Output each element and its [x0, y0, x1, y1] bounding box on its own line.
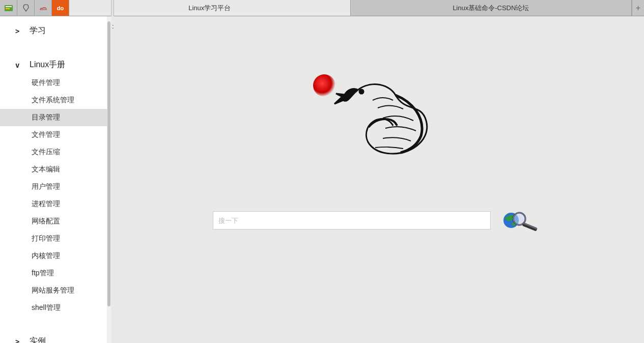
- nav-item-shell[interactable]: shell管理: [0, 299, 111, 317]
- search-input[interactable]: [213, 211, 491, 230]
- svg-rect-2: [6, 8, 10, 9]
- app-icon-3[interactable]: [35, 0, 52, 16]
- main-area: > 学习 v Linux手册 硬件管理 文件系统管理 目录管理 文件管理 文件压…: [0, 16, 644, 343]
- nav-item-compress[interactable]: 文件压缩: [0, 144, 111, 161]
- chevron-down-icon: v: [15, 61, 19, 69]
- logo-wrap: [111, 72, 644, 174]
- nav-item-filesystem[interactable]: 文件系统管理: [0, 92, 111, 109]
- app-icon-2[interactable]: [17, 0, 35, 16]
- chevron-right-icon: >: [15, 337, 19, 344]
- nav-item-process[interactable]: 进程管理: [0, 195, 111, 213]
- nav-item-print[interactable]: 打印管理: [0, 230, 111, 247]
- svg-point-6: [360, 91, 362, 92]
- tabbar-icon-group: do: [0, 0, 69, 16]
- svg-point-4: [313, 74, 335, 97]
- tab-add-button[interactable]: +: [632, 0, 644, 16]
- plus-icon: +: [636, 4, 640, 13]
- snake-logo: [306, 72, 449, 174]
- tab-active-label: Linux学习平台: [188, 4, 231, 13]
- sidebar-scrollbar[interactable]: [107, 16, 111, 343]
- nav-item-network[interactable]: 网络配置: [0, 213, 111, 230]
- tab-inactive[interactable]: Linux基础命令-CSDN论坛: [351, 0, 632, 16]
- app-icon-4-do[interactable]: do: [52, 0, 69, 16]
- globe-magnifier-icon: [500, 209, 543, 232]
- nav-item-hardware[interactable]: 硬件管理: [0, 74, 111, 92]
- nav-header-linux-manual-label: Linux手册: [30, 60, 65, 70]
- search-row: [111, 209, 644, 232]
- nav-header-study-label: 学习: [30, 25, 46, 36]
- chevron-right-icon: >: [15, 27, 19, 35]
- nav-item-file[interactable]: 文件管理: [0, 126, 111, 144]
- nav-item-text-edit[interactable]: 文本编辑: [0, 161, 111, 178]
- browser-tabbar: do Linux学习平台 Linux基础命令-CSDN论坛 +: [0, 0, 644, 16]
- tab-inactive-label: Linux基础命令-CSDN论坛: [453, 4, 529, 13]
- sidebar: > 学习 v Linux手册 硬件管理 文件系统管理 目录管理 文件管理 文件压…: [0, 16, 111, 343]
- svg-rect-1: [6, 6, 12, 7]
- nav-section-linux-manual: v Linux手册 硬件管理 文件系统管理 目录管理 文件管理 文件压缩 文本编…: [0, 50, 111, 317]
- stray-colon: :: [112, 22, 114, 30]
- nav-item-ftp[interactable]: ftp管理: [0, 265, 111, 282]
- nav-item-website[interactable]: 网站服务管理: [0, 282, 111, 299]
- nav-section-study: > 学习: [0, 16, 111, 40]
- nav-header-examples-label: 实例: [30, 336, 46, 343]
- nav-item-directory[interactable]: 目录管理: [0, 109, 111, 126]
- nav-section-examples: > 实例: [0, 327, 111, 343]
- content-area: :: [111, 16, 644, 343]
- nav-item-user[interactable]: 用户管理: [0, 178, 111, 195]
- sidebar-scroll-thumb[interactable]: [107, 21, 110, 306]
- nav-item-kernel[interactable]: 内核管理: [0, 247, 111, 265]
- nav-header-linux-manual[interactable]: v Linux手册: [0, 50, 111, 74]
- app-icon-1[interactable]: [0, 0, 17, 16]
- nav-header-examples[interactable]: > 实例: [0, 327, 111, 343]
- search-button[interactable]: [500, 209, 543, 232]
- nav-header-study[interactable]: > 学习: [0, 16, 111, 40]
